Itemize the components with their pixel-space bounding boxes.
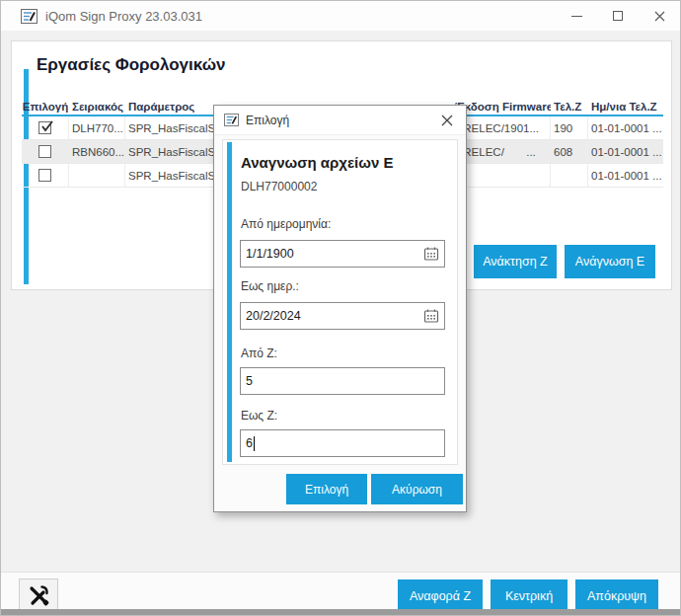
column-header-parameter[interactable]: Παράμετρος — [125, 98, 214, 115]
column-header-date[interactable]: Ημ/νια Τελ.Ζ — [588, 98, 663, 115]
from-z-value: 5 — [246, 374, 253, 388]
calendar-icon[interactable] — [423, 308, 439, 324]
dialog-close-button[interactable] — [436, 110, 458, 131]
window-controls — [556, 1, 680, 31]
from-date-label: Από ημερομηνία: — [241, 217, 331, 231]
row-select-cell — [22, 140, 69, 163]
column-header-telz[interactable]: Τελ.Ζ — [551, 98, 588, 115]
from-z-label: Από Ζ: — [241, 346, 277, 360]
tools-icon — [27, 583, 50, 607]
calendar-icon[interactable] — [423, 246, 439, 262]
row-select-cell — [22, 116, 69, 139]
from-z-input[interactable]: 5 — [240, 367, 445, 395]
dialog-heading: Αναγνωση αρχείων Ε — [241, 154, 393, 171]
dialog-serial-number: DLH77000002 — [241, 180, 317, 193]
maximize-button[interactable] — [597, 1, 639, 31]
close-button[interactable] — [639, 1, 680, 31]
firmware-cell: CRELEC/1901... — [452, 116, 551, 139]
serial-cell — [69, 164, 125, 187]
from-date-input[interactable]: 1/1/1900 — [240, 240, 445, 268]
telz-cell — [551, 164, 588, 187]
to-date-input[interactable]: 20/2/2024 — [240, 302, 445, 330]
central-button[interactable]: Κεντρική — [491, 579, 568, 612]
date-cell: 01-01-0001 ... — [588, 116, 663, 139]
row-checkbox[interactable] — [38, 121, 51, 134]
window-title: iQom Sign Proxy 23.03.031 — [45, 9, 556, 24]
to-date-value: 20/2/2024 — [246, 309, 301, 323]
app-window: iQom Sign Proxy 23.03.031 Εργασίες Φορολ… — [0, 0, 681, 616]
minimize-icon — [571, 16, 582, 17]
to-z-label: Εως Ζ: — [241, 409, 277, 423]
dialog-title: Επιλογή — [246, 114, 436, 127]
date-cell: 01-01-0001 ... — [588, 164, 663, 187]
serial-cell: DLH770... — [69, 116, 125, 139]
dialog-icon — [224, 114, 239, 126]
page-title: Εργασίες Φορολογικών — [37, 55, 226, 75]
serial-cell: RBN660... — [69, 140, 125, 163]
firmware-cell — [452, 164, 551, 187]
to-z-value: 6 — [246, 436, 253, 450]
window-bottom-edge — [1, 609, 680, 615]
column-header-serial[interactable]: Σειριακός — [69, 98, 125, 115]
dialog-title-bar: Επιλογή — [214, 106, 466, 135]
parameter-cell: SPR_HasFiscalSig — [125, 164, 214, 187]
column-header-firmware[interactable]: Έκδοση Firmware — [452, 98, 551, 115]
to-date-label: Εως ημερ.: — [241, 279, 299, 293]
read-e-button[interactable]: Ανάγνωση Ε — [565, 245, 655, 278]
to-z-input[interactable]: 6 — [240, 429, 445, 457]
report-z-button[interactable]: Αναφορά Ζ — [398, 579, 483, 612]
maximize-icon — [613, 11, 623, 21]
row-checkbox[interactable] — [38, 169, 51, 182]
telz-cell: 190 — [551, 116, 588, 139]
row-select-cell — [22, 164, 69, 187]
dialog-body: Αναγνωση αρχείων Ε DLH77000002 Από ημερο… — [222, 139, 458, 465]
close-icon — [654, 11, 665, 22]
dialog-ok-button[interactable]: Επιλογή — [286, 474, 367, 504]
settings-button[interactable] — [19, 578, 58, 611]
dialog-accent-bar — [227, 142, 232, 462]
minimize-button[interactable] — [556, 1, 597, 31]
retrieve-z-button[interactable]: Ανάκτηση Ζ — [474, 245, 557, 278]
text-cursor — [254, 436, 255, 451]
firmware-cell: CRELEC/ ... — [452, 140, 551, 163]
from-date-value: 1/1/1900 — [246, 247, 294, 261]
row-checkbox[interactable] — [38, 145, 51, 158]
title-bar: iQom Sign Proxy 23.03.031 — [1, 1, 680, 31]
close-icon — [441, 115, 453, 126]
telz-cell: 608 — [551, 140, 588, 163]
parameter-cell: SPR_HasFiscalSig — [125, 140, 214, 163]
parameter-cell: SPR_HasFiscalSig — [125, 116, 214, 139]
selection-dialog: Επιλογή Αναγνωση αρχείων Ε DLH77000002 Α… — [213, 105, 467, 512]
column-header-select[interactable]: Επιλογή — [22, 98, 69, 115]
dialog-cancel-button[interactable]: Ακύρωση — [371, 474, 463, 504]
hide-button[interactable]: Απόκρυψη — [575, 579, 658, 612]
app-icon — [21, 9, 38, 24]
date-cell: 01-01-0001 ... — [588, 140, 663, 163]
footer-bar: Αναφορά Ζ Κεντρική Απόκρυψη — [1, 572, 680, 611]
